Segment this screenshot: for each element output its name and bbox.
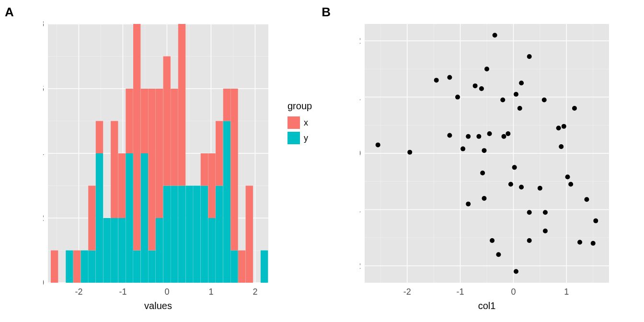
svg-rect-29 — [111, 218, 118, 283]
svg-rect-40 — [148, 89, 155, 251]
svg-rect-54 — [208, 153, 215, 218]
svg-rect-46 — [171, 89, 178, 186]
svg-point-114 — [496, 252, 501, 257]
svg-point-126 — [527, 210, 532, 215]
svg-point-100 — [455, 95, 460, 100]
svg-point-111 — [487, 131, 492, 136]
svg-rect-25 — [88, 186, 95, 251]
svg-point-139 — [585, 197, 589, 202]
svg-text:-1: -1 — [119, 287, 126, 297]
svg-text:-1: -1 — [360, 205, 361, 214]
legend-swatch-x — [288, 116, 300, 129]
panel-b-plot: -2-1012-2-101col2col1 — [360, 19, 609, 316]
svg-rect-51 — [201, 186, 208, 283]
svg-point-95 — [376, 142, 380, 147]
panel-a: A 02468-2-1012countvalues — [5, 5, 273, 316]
svg-text:0: 0 — [360, 149, 361, 158]
svg-point-109 — [482, 196, 487, 201]
svg-rect-26 — [96, 153, 103, 283]
svg-point-133 — [559, 144, 564, 149]
svg-point-131 — [543, 229, 548, 233]
svg-text:1: 1 — [208, 287, 213, 297]
svg-point-116 — [502, 134, 506, 139]
svg-rect-42 — [156, 89, 163, 218]
svg-point-119 — [512, 165, 517, 170]
svg-point-127 — [527, 238, 532, 243]
svg-point-125 — [527, 54, 532, 59]
svg-point-98 — [448, 75, 452, 80]
svg-point-115 — [500, 97, 505, 102]
svg-text:2: 2 — [360, 36, 361, 46]
svg-rect-27 — [96, 121, 103, 154]
svg-text:0: 0 — [43, 278, 44, 288]
svg-point-96 — [407, 150, 412, 155]
svg-rect-60 — [230, 89, 238, 251]
svg-text:2: 2 — [253, 287, 257, 297]
svg-point-120 — [514, 92, 518, 97]
svg-rect-62 — [246, 186, 253, 283]
svg-rect-31 — [118, 218, 126, 283]
svg-point-132 — [556, 126, 561, 130]
svg-rect-35 — [133, 251, 140, 283]
svg-rect-33 — [126, 153, 133, 283]
svg-point-112 — [490, 238, 494, 243]
svg-point-137 — [572, 106, 577, 111]
legend-item-x: x — [288, 116, 312, 129]
svg-text:-2: -2 — [403, 287, 411, 297]
svg-rect-58 — [223, 89, 230, 121]
svg-text:6: 6 — [43, 84, 44, 93]
svg-text:col1: col1 — [478, 300, 496, 311]
svg-rect-32 — [118, 153, 126, 218]
svg-point-113 — [493, 33, 497, 37]
svg-point-138 — [577, 240, 582, 244]
legend-label-x: x — [304, 118, 308, 128]
svg-text:4: 4 — [43, 149, 44, 158]
svg-rect-52 — [201, 153, 208, 186]
svg-rect-28 — [103, 218, 110, 283]
legend: group x y — [288, 101, 312, 147]
svg-text:8: 8 — [43, 19, 44, 29]
svg-point-107 — [480, 171, 485, 175]
svg-point-128 — [538, 186, 542, 191]
svg-text:1: 1 — [564, 287, 569, 297]
svg-rect-21 — [66, 251, 73, 283]
panel-a-plot: 02468-2-1012countvalues — [43, 19, 273, 316]
svg-text:values: values — [144, 300, 172, 311]
svg-point-129 — [542, 97, 547, 102]
svg-rect-38 — [141, 89, 148, 153]
svg-rect-61 — [238, 251, 245, 283]
svg-rect-43 — [163, 186, 171, 283]
svg-rect-30 — [111, 121, 118, 218]
svg-rect-59 — [230, 251, 238, 283]
svg-point-135 — [565, 174, 570, 179]
svg-point-104 — [473, 83, 478, 88]
svg-text:0: 0 — [164, 287, 169, 297]
svg-rect-23 — [81, 251, 88, 283]
legend-title: group — [288, 101, 312, 112]
svg-rect-37 — [141, 153, 148, 283]
svg-point-97 — [434, 78, 439, 82]
svg-rect-22 — [73, 251, 80, 283]
figure-row: A 02468-2-1012countvalues group x y B -2… — [5, 5, 634, 316]
svg-rect-34 — [126, 89, 133, 153]
svg-rect-53 — [208, 218, 215, 283]
legend-item-y: y — [288, 132, 312, 144]
svg-rect-20 — [51, 251, 58, 283]
panel-b: B -2-1012-2-101col2col1 — [322, 5, 609, 316]
svg-point-99 — [448, 133, 452, 138]
svg-point-108 — [482, 148, 487, 153]
svg-text:-2: -2 — [75, 287, 82, 297]
legend-swatch-y — [288, 132, 300, 144]
svg-point-134 — [562, 124, 566, 129]
svg-rect-41 — [156, 218, 163, 283]
panel-b-label: B — [322, 5, 331, 20]
svg-point-122 — [518, 106, 522, 111]
svg-text:0: 0 — [511, 287, 516, 297]
svg-text:1: 1 — [360, 92, 361, 102]
svg-point-103 — [466, 202, 471, 207]
svg-rect-24 — [88, 251, 95, 283]
svg-rect-63 — [261, 251, 268, 283]
svg-text:2: 2 — [43, 213, 44, 223]
svg-rect-39 — [148, 251, 155, 283]
legend-label-y: y — [304, 133, 308, 143]
